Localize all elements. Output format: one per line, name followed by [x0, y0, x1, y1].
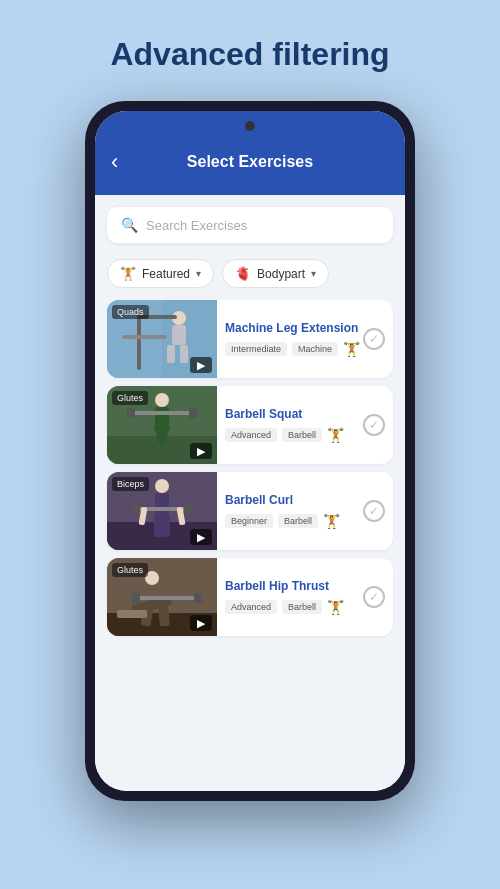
svg-rect-12 — [155, 407, 169, 425]
exercise-thumbnail: Biceps ▶ — [107, 472, 217, 550]
exercise-name: Barbell Curl — [225, 493, 385, 509]
svg-rect-35 — [194, 593, 202, 603]
level-tag: Beginner — [225, 514, 273, 528]
select-checkbox[interactable]: ✓ — [363, 500, 385, 522]
exercise-thumbnail: Quads ▶ — [107, 300, 217, 378]
equipment-tag: Barbell — [282, 600, 322, 614]
search-section: 🔍 Search Exercises — [95, 195, 405, 251]
app-header: ‹ Select Exercises — [95, 111, 405, 195]
bodypart-filter-icon: 🫀 — [235, 266, 251, 281]
equipment-tag: Machine — [292, 342, 338, 356]
level-tag: Intermediate — [225, 342, 287, 356]
exercise-item[interactable]: Glutes ▶ Barbell Hip Thrust Advanced Bar… — [107, 558, 393, 636]
nav-bar: ‹ Select Exercises — [95, 147, 405, 183]
svg-point-11 — [155, 393, 169, 407]
bodypart-chevron-icon: ▾ — [311, 268, 316, 279]
select-checkbox[interactable]: ✓ — [363, 414, 385, 436]
equipment-tag: Barbell — [278, 514, 318, 528]
phone-device: ‹ Select Exercises 🔍 Search Exercises 🏋 … — [85, 101, 415, 801]
svg-rect-5 — [180, 345, 188, 363]
search-bar[interactable]: 🔍 Search Exercises — [107, 207, 393, 243]
svg-rect-14 — [127, 408, 135, 418]
svg-rect-21 — [155, 493, 169, 515]
equipment-icon: 🏋️ — [327, 427, 344, 443]
equipment-icon: 🏋️ — [323, 513, 340, 529]
muscle-group-label: Glutes — [112, 563, 148, 577]
svg-rect-6 — [137, 315, 141, 370]
exercise-item[interactable]: Glutes ▶ Barbell Squat Advanced Barbell … — [107, 386, 393, 464]
status-bar — [95, 111, 405, 147]
svg-rect-4 — [167, 345, 175, 363]
featured-chevron-icon: ▾ — [196, 268, 201, 279]
svg-rect-28 — [162, 515, 170, 537]
svg-rect-34 — [132, 593, 140, 603]
bodypart-filter-label: Bodypart — [257, 267, 305, 281]
exercise-thumbnail: Glutes ▶ — [107, 558, 217, 636]
screen-title: Select Exercises — [187, 153, 313, 171]
bodypart-filter-button[interactable]: 🫀 Bodypart ▾ — [222, 259, 329, 288]
select-checkbox[interactable]: ✓ — [363, 328, 385, 350]
svg-rect-15 — [189, 408, 197, 418]
page-title: Advanced filtering — [110, 36, 389, 73]
exercise-name: Machine Leg Extension — [225, 321, 385, 337]
select-checkbox[interactable]: ✓ — [363, 586, 385, 608]
video-play-icon: ▶ — [190, 529, 212, 545]
svg-rect-23 — [132, 504, 140, 514]
svg-rect-24 — [184, 504, 192, 514]
exercise-list: Quads ▶ Machine Leg Extension Intermedia… — [95, 296, 405, 791]
exercise-tags: Advanced Barbell 🏋️ — [225, 427, 385, 443]
exercise-name: Barbell Hip Thrust — [225, 579, 385, 595]
svg-rect-38 — [117, 610, 147, 618]
muscle-group-label: Glutes — [112, 391, 148, 405]
exercise-item[interactable]: Biceps ▶ Barbell Curl Beginner Barbell 🏋… — [107, 472, 393, 550]
equipment-icon: 🏋️ — [327, 599, 344, 615]
equipment-tag: Barbell — [282, 428, 322, 442]
exercise-item[interactable]: Quads ▶ Machine Leg Extension Intermedia… — [107, 300, 393, 378]
filter-row: 🏋 Featured ▾ 🫀 Bodypart ▾ — [95, 251, 405, 296]
svg-rect-8 — [122, 335, 167, 339]
featured-filter-label: Featured — [142, 267, 190, 281]
svg-rect-33 — [137, 596, 197, 600]
exercise-tags: Advanced Barbell 🏋️ — [225, 599, 385, 615]
exercise-tags: Beginner Barbell 🏋️ — [225, 513, 385, 529]
phone-screen: ‹ Select Exercises 🔍 Search Exercises 🏋 … — [95, 111, 405, 791]
level-tag: Advanced — [225, 428, 277, 442]
svg-point-20 — [155, 479, 169, 493]
featured-filter-icon: 🏋 — [120, 266, 136, 281]
muscle-group-label: Biceps — [112, 477, 149, 491]
svg-rect-3 — [172, 325, 186, 345]
svg-rect-37 — [158, 606, 170, 627]
screen-content: 🔍 Search Exercises 🏋 Featured ▾ 🫀 Bodypa… — [95, 195, 405, 791]
featured-filter-button[interactable]: 🏋 Featured ▾ — [107, 259, 214, 288]
exercise-name: Barbell Squat — [225, 407, 385, 423]
video-play-icon: ▶ — [190, 615, 212, 631]
exercise-tags: Intermediate Machine 🏋️ — [225, 341, 385, 357]
svg-rect-13 — [132, 411, 192, 415]
camera-dot — [245, 121, 255, 131]
search-icon: 🔍 — [121, 217, 138, 233]
video-play-icon: ▶ — [190, 357, 212, 373]
back-button[interactable]: ‹ — [111, 149, 118, 175]
exercise-thumbnail: Glutes ▶ — [107, 386, 217, 464]
search-input[interactable]: Search Exercises — [146, 218, 247, 233]
muscle-group-label: Quads — [112, 305, 149, 319]
equipment-icon: 🏋️ — [343, 341, 360, 357]
level-tag: Advanced — [225, 600, 277, 614]
video-play-icon: ▶ — [190, 443, 212, 459]
svg-rect-27 — [154, 515, 162, 537]
